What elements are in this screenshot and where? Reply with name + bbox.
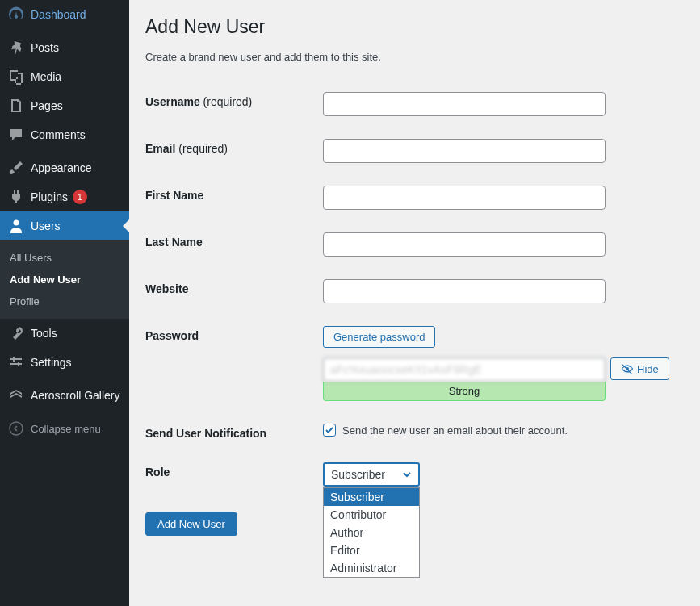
media-icon — [8, 69, 24, 85]
page-description: Create a brand new user and add them to … — [145, 51, 684, 63]
menu-label: Users — [31, 219, 61, 232]
menu-settings[interactable]: Settings — [0, 348, 129, 377]
row-role: Role Subscriber Subscriber Contributor A… — [145, 451, 684, 498]
brush-icon — [8, 160, 24, 176]
menu-label: Appearance — [31, 161, 92, 174]
role-option-contributor[interactable]: Contributor — [324, 506, 419, 524]
admin-sidebar: Dashboard Posts Media Pages Comments App… — [0, 0, 129, 606]
notification-checkbox[interactable] — [323, 424, 336, 437]
row-notification: Send User Notification Send the new user… — [145, 412, 684, 451]
sliders-icon — [8, 354, 24, 370]
menu-pages[interactable]: Pages — [0, 91, 129, 120]
menu-tools[interactable]: Tools — [0, 319, 129, 348]
add-new-user-button[interactable]: Add New User — [145, 512, 237, 536]
role-dropdown: Subscriber Contributor Author Editor Adm… — [323, 487, 420, 578]
role-option-editor[interactable]: Editor — [324, 541, 419, 559]
menu-label: Settings — [31, 356, 72, 369]
menu-posts[interactable]: Posts — [0, 33, 129, 62]
row-website: Website — [145, 268, 684, 315]
hide-password-button[interactable]: Hide — [610, 357, 669, 380]
comment-icon — [8, 127, 24, 143]
last-name-label: Last Name — [145, 232, 323, 249]
collapse-menu[interactable]: Collapse menu — [0, 414, 129, 443]
menu-media[interactable]: Media — [0, 62, 129, 91]
submenu-all-users[interactable]: All Users — [0, 247, 129, 269]
gauge-icon — [8, 6, 24, 23]
eye-off-icon — [621, 362, 634, 375]
username-label: Username (required) — [145, 92, 323, 108]
menu-label: Dashboard — [31, 8, 86, 21]
role-select[interactable]: Subscriber — [323, 462, 420, 487]
menu-dashboard[interactable]: Dashboard — [0, 0, 129, 29]
website-label: Website — [145, 279, 323, 295]
chevron-down-icon — [402, 470, 412, 479]
password-strength-indicator: Strong — [323, 382, 606, 401]
last-name-input[interactable] — [323, 232, 606, 257]
menu-label: Posts — [31, 41, 59, 54]
page-icon — [8, 98, 24, 114]
menu-label: Pages — [31, 99, 63, 112]
menu-users[interactable]: Users — [0, 211, 129, 240]
username-input[interactable] — [323, 92, 606, 116]
menu-label: Plugins — [31, 190, 68, 203]
menu-label: Aeroscroll Gallery — [31, 389, 119, 402]
first-name-input[interactable] — [323, 186, 606, 210]
notification-label: Send User Notification — [145, 424, 323, 440]
menu-label: Comments — [31, 128, 86, 141]
plugins-update-badge: 1 — [73, 190, 87, 204]
website-input[interactable] — [323, 279, 606, 303]
role-label: Role — [145, 462, 323, 479]
svg-point-0 — [14, 220, 19, 226]
row-last-name: Last Name — [145, 221, 684, 268]
users-submenu: All Users Add New User Profile — [0, 240, 129, 319]
password-input[interactable] — [323, 357, 606, 382]
gallery-icon — [8, 387, 24, 403]
menu-label: Tools — [31, 327, 57, 340]
wrench-icon — [8, 325, 24, 341]
row-username: Username (required) — [145, 81, 684, 127]
role-option-administrator[interactable]: Administrator — [324, 559, 419, 577]
menu-comments[interactable]: Comments — [0, 120, 129, 149]
page-title: Add New User — [145, 16, 684, 38]
menu-appearance[interactable]: Appearance — [0, 153, 129, 182]
menu-label: Collapse menu — [31, 423, 101, 435]
row-password-input: Strong Hide — [145, 353, 684, 412]
row-first-name: First Name — [145, 174, 684, 221]
password-label: Password — [145, 326, 323, 342]
first-name-label: First Name — [145, 186, 323, 202]
plug-icon — [8, 189, 24, 205]
email-label: Email (required) — [145, 139, 323, 155]
submenu-add-new-user[interactable]: Add New User — [0, 269, 129, 290]
collapse-icon — [8, 420, 24, 437]
user-icon — [8, 218, 24, 234]
generate-password-button[interactable]: Generate password — [323, 326, 435, 348]
notification-text: Send the new user an email about their a… — [342, 424, 568, 437]
main-content: Add New User Create a brand new user and… — [129, 0, 700, 606]
menu-aeroscroll[interactable]: Aeroscroll Gallery — [0, 381, 129, 410]
role-option-subscriber[interactable]: Subscriber — [324, 488, 419, 506]
submenu-profile[interactable]: Profile — [0, 290, 129, 312]
email-input[interactable] — [323, 139, 606, 163]
menu-label: Media — [31, 70, 61, 83]
pin-icon — [8, 40, 24, 56]
role-option-author[interactable]: Author — [324, 524, 419, 541]
svg-point-1 — [10, 422, 23, 435]
row-email: Email (required) — [145, 127, 684, 174]
menu-plugins[interactable]: Plugins 1 — [0, 182, 129, 211]
row-password: Password Generate password — [145, 315, 684, 353]
